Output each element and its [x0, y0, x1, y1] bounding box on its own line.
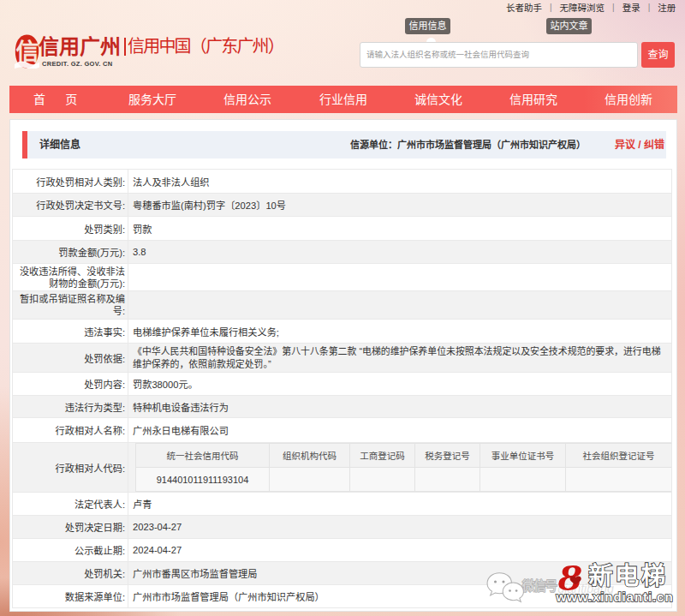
svg-text:信: 信 — [16, 39, 39, 65]
